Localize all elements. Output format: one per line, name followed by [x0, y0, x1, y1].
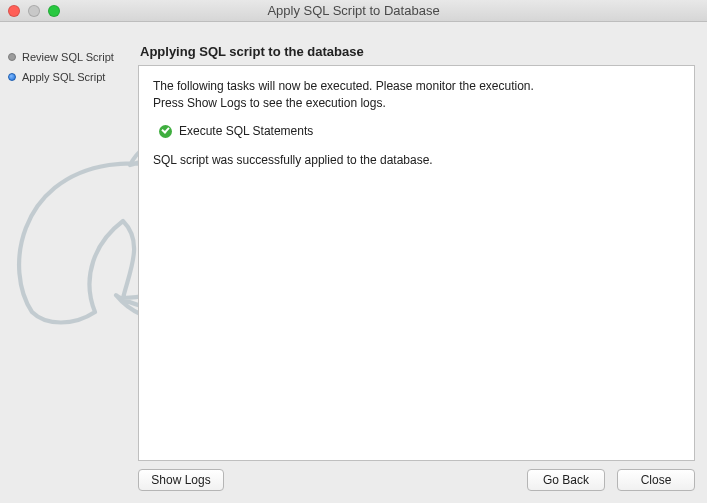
page-heading: Applying SQL script to the database — [140, 44, 695, 59]
window-title: Apply SQL Script to Database — [0, 3, 707, 18]
intro-text-1: The following tasks will now be executed… — [153, 78, 680, 95]
step-label: Apply SQL Script — [22, 71, 105, 83]
task-label: Execute SQL Statements — [179, 123, 313, 140]
close-button[interactable]: Close — [617, 469, 695, 491]
step-active-icon — [8, 73, 16, 81]
log-panel: The following tasks will now be executed… — [138, 65, 695, 461]
zoom-window-icon[interactable] — [48, 5, 60, 17]
window-controls — [0, 5, 60, 17]
titlebar: Apply SQL Script to Database — [0, 0, 707, 22]
check-success-icon — [159, 125, 172, 138]
step-label: Review SQL Script — [22, 51, 114, 63]
wizard-steps-sidebar: Review SQL Script Apply SQL Script — [0, 22, 138, 503]
result-message: SQL script was successfully applied to t… — [153, 152, 680, 169]
show-logs-button[interactable]: Show Logs — [138, 469, 224, 491]
close-window-icon[interactable] — [8, 5, 20, 17]
step-done-icon — [8, 53, 16, 61]
button-row: Show Logs Go Back Close — [138, 469, 695, 491]
minimize-window-icon — [28, 5, 40, 17]
go-back-button[interactable]: Go Back — [527, 469, 605, 491]
step-apply-sql-script: Apply SQL Script — [0, 67, 138, 87]
intro-text-2: Press Show Logs to see the execution log… — [153, 95, 680, 112]
task-row: Execute SQL Statements — [159, 123, 680, 140]
step-review-sql-script: Review SQL Script — [0, 47, 138, 67]
